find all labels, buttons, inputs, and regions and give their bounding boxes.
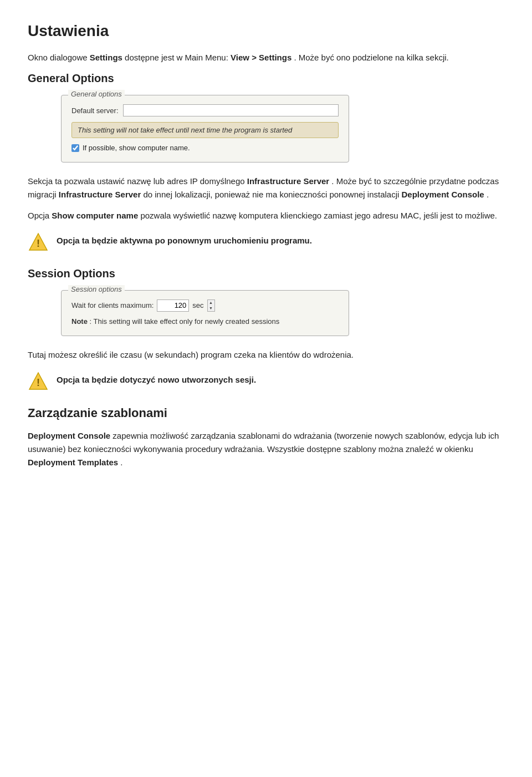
- session-note: Note : This setting will take effect onl…: [71, 317, 339, 326]
- general-desc1-bold1: Infrastructure Server: [247, 176, 329, 186]
- templates-heading: Zarządzanie szablonami: [28, 406, 504, 420]
- wait-spinner[interactable]: ▲ ▼: [207, 299, 215, 312]
- warning1-block: ! Opcja ta będzie aktywna po ponownym ur…: [28, 231, 504, 255]
- session-options-dialog: Session options Wait for clients maximum…: [61, 290, 349, 336]
- intro-text2: dostępne jest w Main Menu:: [125, 53, 231, 62]
- general-desc1-text1: Sekcja ta pozwala ustawić nazwę lub adre…: [28, 176, 247, 186]
- general-desc2-text2: pozwala wyświetlić nazwę komputera klien…: [140, 211, 497, 220]
- session-note-bold: Note: [71, 317, 88, 326]
- general-desc1-bold2: Infrastructure Server: [59, 190, 141, 199]
- intro-text3: . Może być ono podzielone na kilka sekcj…: [294, 53, 448, 62]
- session-note-text: : This setting will take effect only for…: [90, 317, 280, 326]
- general-dialog-title: General options: [68, 90, 125, 98]
- show-computer-name-label: If possible, show computer name.: [83, 144, 190, 152]
- intro-paragraph: Okno dialogowe Settings dostępne jest w …: [28, 51, 504, 64]
- wait-clients-row: Wait for clients maximum: sec ▲ ▼: [71, 299, 339, 312]
- templates-text2: .: [120, 458, 122, 467]
- wait-clients-label: Wait for clients maximum:: [71, 301, 154, 309]
- session-options-heading: Session Options: [28, 267, 504, 280]
- intro-bold1: Settings: [90, 53, 122, 62]
- general-desc2-text1: Opcja: [28, 211, 52, 220]
- session-desc: Tutaj możesz określić ile czasu (w sekun…: [28, 348, 504, 362]
- intro-text1: Okno dialogowe: [28, 53, 90, 62]
- general-desc2-bold: Show computer name: [52, 211, 138, 220]
- info-banner: This setting will not take effect until …: [71, 122, 339, 138]
- general-desc1: Sekcja ta pozwala ustawić nazwę lub adre…: [28, 175, 504, 201]
- general-desc1-text3: do innej lokalizacji, ponieważ nie ma ko…: [143, 190, 401, 199]
- default-server-row: Default server:: [71, 104, 339, 116]
- general-desc2: Opcja Show computer name pozwala wyświet…: [28, 209, 504, 222]
- general-desc1-bold3: Deployment Console: [402, 190, 484, 199]
- wait-clients-input[interactable]: [157, 299, 189, 312]
- svg-text:!: !: [37, 377, 40, 388]
- show-computer-name-checkbox[interactable]: [71, 144, 79, 152]
- show-computer-name-row: If possible, show computer name.: [71, 144, 339, 152]
- spinner-down[interactable]: ▼: [208, 306, 214, 311]
- warning1-icon: !: [28, 231, 49, 252]
- page-title: Ustawienia: [28, 22, 504, 40]
- templates-bold2: Deployment Templates: [28, 458, 118, 467]
- svg-text:!: !: [37, 238, 40, 249]
- general-options-dialog: General options Default server: This set…: [61, 95, 349, 162]
- warning2-block: ! Opcja ta będzie dotyczyć nowo utworzon…: [28, 370, 504, 394]
- warning1-text: Opcja ta będzie aktywna po ponownym uruc…: [57, 231, 312, 247]
- default-server-label: Default server:: [71, 106, 119, 115]
- warning2-text: Opcja ta będzie dotyczyć nowo utworzonyc…: [57, 370, 256, 387]
- templates-desc1: Deployment Console zapewnia możliwość za…: [28, 429, 504, 469]
- spinner-up[interactable]: ▲: [208, 300, 214, 306]
- warning2-icon: !: [28, 370, 49, 392]
- intro-bold2: View > Settings: [231, 53, 291, 62]
- templates-bold1: Deployment Console: [28, 431, 110, 440]
- general-options-heading: General Options: [28, 72, 504, 85]
- general-desc1-text4: .: [487, 190, 489, 199]
- session-dialog-title: Session options: [68, 285, 125, 293]
- default-server-input[interactable]: [123, 104, 339, 116]
- wait-unit: sec: [192, 301, 203, 309]
